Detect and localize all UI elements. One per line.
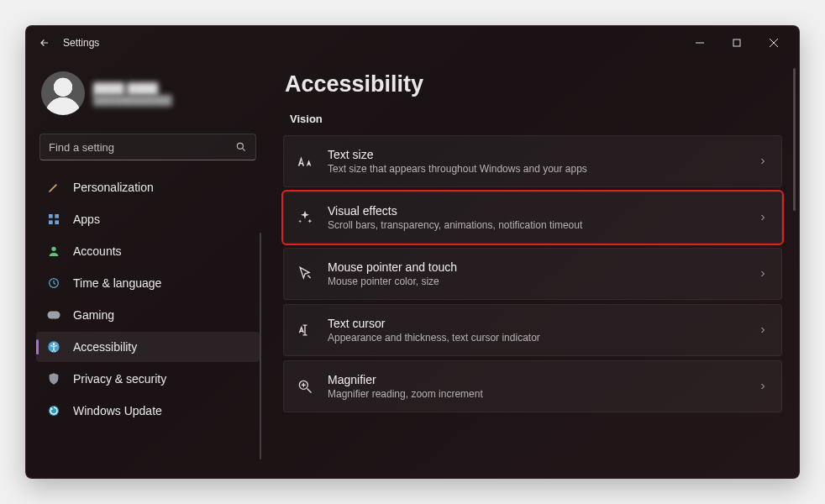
svg-point-14	[53, 343, 55, 345]
card-subtitle: Mouse pointer color, size	[328, 276, 744, 287]
sidebar-item-accounts[interactable]: Accounts	[36, 236, 260, 266]
page-title: Accessibility	[285, 71, 782, 97]
svg-point-10	[51, 247, 55, 251]
close-button[interactable]	[755, 30, 792, 55]
svg-rect-9	[55, 220, 59, 224]
paintbrush-icon	[46, 180, 61, 195]
svg-rect-12	[48, 312, 60, 319]
accessibility-icon	[46, 339, 61, 354]
chevron-right-icon	[758, 213, 768, 223]
text-size-icon	[296, 152, 314, 171]
main-scrollbar[interactable]	[793, 68, 796, 211]
shield-icon	[46, 371, 61, 386]
minimize-button[interactable]	[681, 30, 718, 55]
sidebar-item-label: Accounts	[73, 244, 122, 258]
svg-rect-6	[49, 214, 53, 218]
chevron-right-icon	[758, 325, 768, 335]
profile-email: ████████████	[93, 95, 172, 105]
card-title: Magnifier	[328, 373, 744, 386]
card-title: Text size	[328, 148, 744, 161]
svg-rect-1	[733, 39, 740, 46]
sidebar-item-windows-update[interactable]: Windows Update	[36, 396, 260, 426]
settings-cards: Text size Text size that appears through…	[283, 135, 782, 412]
maximize-button[interactable]	[718, 30, 755, 55]
sparkle-icon	[296, 208, 314, 227]
card-title: Mouse pointer and touch	[328, 260, 744, 274]
main-panel: Accessibility Vision Text size Text size…	[270, 60, 799, 478]
svg-rect-7	[55, 214, 59, 218]
profile-block[interactable]: ████ ████ ████████████	[36, 66, 260, 129]
card-subtitle: Scroll bars, transparency, animations, n…	[328, 219, 744, 231]
sidebar-item-label: Personalization	[73, 181, 154, 194]
sidebar-item-privacy-security[interactable]: Privacy & security	[36, 364, 260, 394]
sidebar-item-apps[interactable]: Apps	[36, 204, 260, 234]
sidebar-item-time-language[interactable]: Time & language	[36, 268, 260, 298]
gamepad-icon	[46, 307, 61, 323]
sidebar-item-label: Windows Update	[73, 404, 162, 417]
card-mouse-pointer[interactable]: Mouse pointer and touch Mouse pointer co…	[283, 248, 782, 300]
settings-window: Settings ████ ████ ████████████	[25, 25, 800, 479]
sidebar-item-label: Apps	[73, 213, 100, 226]
card-magnifier[interactable]: Magnifier Magnifier reading, zoom increm…	[283, 360, 782, 412]
avatar	[41, 71, 85, 115]
update-icon	[46, 403, 61, 418]
svg-rect-8	[49, 220, 53, 224]
svg-line-5	[242, 148, 244, 150]
window-title: Settings	[63, 37, 99, 49]
sidebar-item-personalization[interactable]: Personalization	[36, 172, 260, 202]
card-title: Visual effects	[328, 204, 744, 218]
person-icon	[46, 244, 61, 259]
sidebar-item-label: Gaming	[73, 308, 114, 322]
svg-line-17	[307, 389, 312, 393]
sidebar-item-gaming[interactable]: Gaming	[36, 300, 260, 330]
back-button[interactable]	[33, 31, 56, 55]
card-subtitle: Text size that appears throughout Window…	[328, 163, 744, 175]
card-subtitle: Magnifier reading, zoom increment	[328, 388, 744, 400]
sidebar-item-label: Accessibility	[73, 340, 137, 354]
globe-clock-icon	[46, 276, 61, 291]
card-subtitle: Appearance and thickness, text cursor in…	[328, 332, 744, 344]
search-input[interactable]	[49, 141, 235, 154]
search-box[interactable]	[39, 134, 256, 160]
apps-icon	[46, 212, 61, 227]
card-text-cursor[interactable]: Text cursor Appearance and thickness, te…	[283, 304, 782, 356]
card-text-size[interactable]: Text size Text size that appears through…	[283, 135, 782, 187]
sidebar-item-label: Privacy & security	[73, 372, 166, 386]
card-title: Text cursor	[328, 317, 744, 330]
cursor-icon	[296, 265, 314, 283]
sidebar-item-label: Time & language	[73, 276, 161, 290]
sidebar: ████ ████ ████████████ Personalization A…	[26, 60, 270, 478]
card-visual-effects[interactable]: Visual effects Scroll bars, transparency…	[283, 192, 782, 244]
magnifier-icon	[296, 377, 314, 396]
chevron-right-icon	[758, 381, 768, 391]
chevron-right-icon	[758, 156, 768, 166]
section-heading: Vision	[290, 113, 782, 125]
sidebar-scrollbar[interactable]	[260, 233, 261, 459]
sidebar-item-accessibility[interactable]: Accessibility	[36, 332, 260, 362]
titlebar: Settings	[26, 26, 799, 60]
nav-list: Personalization Apps Accounts Time & lan…	[36, 172, 260, 426]
search-icon	[235, 141, 247, 153]
chevron-right-icon	[758, 269, 768, 279]
text-cursor-icon	[296, 321, 314, 339]
profile-name: ████ ████	[93, 82, 172, 95]
svg-point-4	[237, 143, 243, 149]
